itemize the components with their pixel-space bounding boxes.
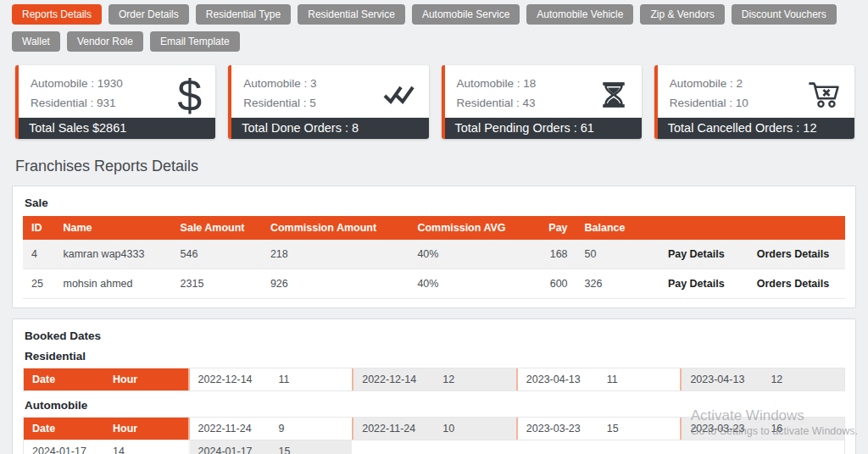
date-column-label: Date [32,374,113,385]
slot-date: 2023-03-23 [690,423,771,435]
sale-panel: Sale ID Name Sale Amount Commission Amou… [12,185,856,308]
cell-pay: 168 [530,240,576,269]
col-header-pay: Pay [530,216,576,240]
col-header-commission-avg: Commission AVG [409,216,530,240]
booked-dates-title: Booked Dates [25,329,845,342]
residential-group-title: Residential [25,350,845,363]
booked-slot: 2022-12-14 12 [352,368,516,390]
slot-hour: 9 [279,423,285,435]
booked-header-cell: Date Hour [24,368,188,390]
col-header-name: Name [54,216,171,240]
card-footer-pending-orders: Total Pending Orders : 61 [445,118,642,139]
automobile-booked-row: Date Hour 2022-11-24 9 2022-11-24 10 202… [23,417,845,440]
cell-commission-amount: 926 [262,269,409,299]
tab-bar: Reports Details Order Details Residentia… [0,0,868,52]
tab-email-template[interactable]: Email Template [150,31,240,52]
pay-details-link[interactable]: Pay Details [652,240,741,269]
slot-date: 2022-12-14 [198,374,279,385]
cell-commission-avg: 40% [409,269,530,299]
card-footer-total-sales: Total Sales $2861 [19,118,215,139]
col-header-balance: Balance [576,216,652,240]
col-header-pay-details [652,216,741,240]
cell-id: 4 [23,240,54,269]
tab-residential-type[interactable]: Residential Type [196,4,292,25]
booked-slot: 2023-04-13 12 [680,368,844,390]
orders-details-link[interactable]: Orders Details [741,269,845,299]
sale-section-title: Sale [25,197,845,209]
tab-wallet[interactable]: Wallet [12,31,60,52]
empty-slot [352,440,844,454]
residential-booked-row: Date Hour 2022-12-14 11 2022-12-14 12 20… [23,368,845,391]
slot-date: 2022-11-24 [198,423,279,435]
slot-date: 2023-04-13 [526,374,607,385]
slot-date: 2022-12-14 [362,374,442,385]
col-header-id: ID [23,216,54,240]
cell-id: 25 [23,269,54,299]
slot-hour: 11 [279,374,290,385]
hour-column-label: Hour [113,374,137,385]
tab-discount-vouchers[interactable]: Discount Vouchers [732,4,837,25]
cell-commission-avg: 40% [409,240,530,269]
slot-date: 2024-01-17 [198,446,279,454]
hour-column-label: Hour [113,423,137,435]
booked-slot: 2022-11-24 10 [352,418,516,440]
pay-details-link[interactable]: Pay Details [652,269,741,299]
booked-slot: 2022-11-24 9 [188,418,353,440]
summary-cards: Automobile : 1930 Residential : 931 $ To… [15,65,854,139]
date-column-label: Date [32,423,113,435]
cell-balance: 50 [576,240,652,269]
sale-table: ID Name Sale Amount Commission Amount Co… [23,216,845,299]
col-header-sale-amount: Sale Amount [172,216,262,240]
orders-details-link[interactable]: Orders Details [741,240,845,269]
card-done-orders: Automobile : 3 Residential : 5 Total Don… [228,65,428,139]
booked-slot: 2022-12-14 11 [188,368,353,390]
card-total-sales: Automobile : 1930 Residential : 931 $ To… [15,65,215,139]
sale-table-row: 25 mohsin ahmed 2315 926 40% 600 326 Pay… [23,269,845,299]
slot-hour: 15 [607,423,619,435]
tab-vendor-role[interactable]: Vendor Role [67,31,143,52]
booked-slot: 2023-03-23 15 [516,418,681,440]
booked-slot: 2023-03-23 16 [680,418,844,440]
slot-date: 2024-01-17 [32,446,113,454]
cell-sale-amount: 2315 [172,269,262,299]
slot-date: 2023-04-13 [690,374,771,385]
tab-residential-service[interactable]: Residential Service [298,4,405,25]
cart-cancel-icon [807,78,841,114]
slot-hour: 14 [113,446,125,454]
check-double-icon [383,84,415,109]
cell-balance: 326 [576,269,652,299]
page-title: Franchises Reports Details [15,158,868,175]
slot-hour: 10 [442,423,454,435]
cell-pay: 600 [530,269,576,299]
cell-name: kamran wap4333 [54,240,171,269]
card-cancelled-orders: Automobile : 2 Residential : 10 Total Ca… [654,65,854,139]
tab-order-details[interactable]: Order Details [108,4,189,25]
col-header-orders-details [741,216,845,240]
sale-header-row: ID Name Sale Amount Commission Amount Co… [23,216,845,240]
col-header-commission-amount: Commission Amount [262,216,409,240]
booked-slot: 2024-01-17 15 [188,440,353,454]
booked-header-cell: Date Hour [24,418,188,440]
dollar-icon: $ [177,79,202,113]
tab-automobile-vehicle[interactable]: Automobile Vehicle [526,4,633,25]
card-footer-cancelled-orders: Total Cancelled Orders : 12 [658,118,854,139]
slot-hour: 12 [442,374,454,385]
tab-automobile-service[interactable]: Automobile Service [412,4,520,25]
slot-hour: 12 [771,374,782,385]
automobile-group-title: Automobile [25,399,845,412]
booked-slot: 2023-04-13 11 [516,368,681,390]
tab-zip-vendors[interactable]: Zip & Vendors [640,4,724,25]
booked-dates-panel: Booked Dates Residential Date Hour 2022-… [12,318,856,454]
cell-name: mohsin ahmed [54,269,171,299]
tab-reports-details[interactable]: Reports Details [12,4,102,25]
sale-table-row: 4 kamran wap4333 546 218 40% 168 50 Pay … [23,240,845,269]
cell-sale-amount: 546 [172,240,262,269]
slot-hour: 11 [607,374,618,385]
slot-hour: 16 [771,423,782,435]
card-pending-orders: Automobile : 18 Residential : 43 Total P… [442,65,642,139]
booked-slot: 2024-01-17 14 [24,440,188,454]
slot-hour: 15 [279,446,291,454]
cell-commission-amount: 218 [262,240,409,269]
slot-date: 2023-03-23 [526,423,607,435]
hourglass-icon [599,77,628,116]
